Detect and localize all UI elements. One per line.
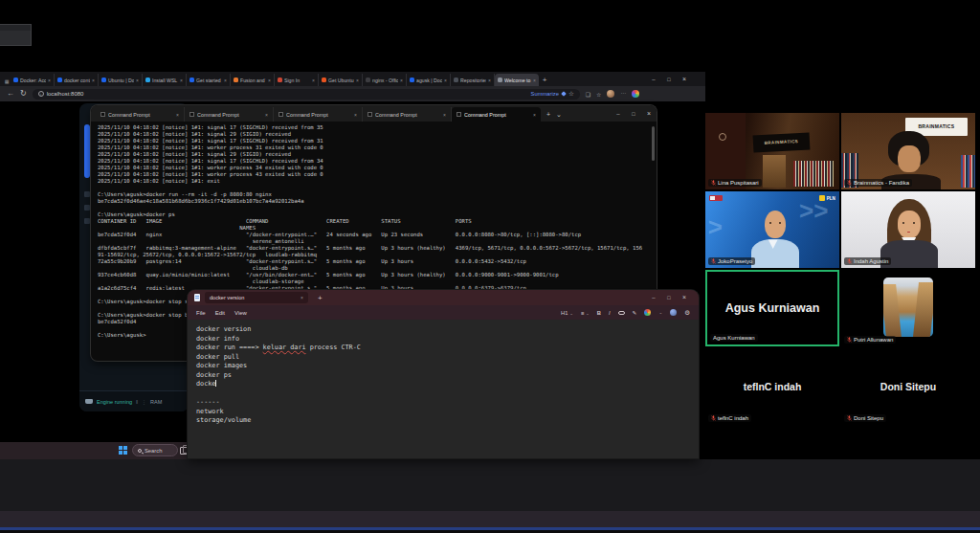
browser-tab[interactable]: Get Ubuntu S... [319,74,363,86]
italic-button[interactable]: I [609,310,611,316]
terminal-scrollbar[interactable] [652,126,655,161]
browser-copilot-icon[interactable] [632,90,639,98]
minimize-icon[interactable] [646,291,661,303]
close-icon[interactable] [677,291,692,303]
docker-sidebar-icon[interactable] [84,191,90,197]
link-icon[interactable] [618,311,625,315]
menu-edit[interactable]: Edit [215,310,225,316]
summarize-button[interactable]: Summarize [531,91,559,97]
browser-tab[interactable]: Repositories [451,74,495,86]
tab-actions-icon[interactable] [3,76,11,86]
tab-close-icon[interactable] [224,78,227,83]
participant-tile-doni[interactable]: Doni Sitepu Doni Sitepu [841,348,975,425]
close-icon[interactable] [677,73,692,85]
more-menu-icon[interactable] [620,91,626,97]
participant-tile-fandika[interactable]: BRAINMATICS Brainmatics - Fandika [841,113,975,189]
maximize-icon[interactable] [661,73,677,85]
url-field[interactable]: localhost:8080 Summarize [33,89,580,100]
tab-close-icon[interactable] [533,78,536,83]
tab-close-icon[interactable] [92,78,95,83]
tab-close-icon[interactable] [443,112,446,118]
browser-tab[interactable]: Docker: Accel... [11,74,55,86]
background-window-fragment[interactable] [0,24,32,46]
site-info-icon[interactable] [38,91,44,97]
account-avatar[interactable] [670,309,677,316]
terminal-tab[interactable]: Command Prompt [274,107,363,122]
tab-close-icon[interactable] [312,78,315,83]
terminal-tab[interactable]: Command Prompt [185,107,274,122]
task-view-icon[interactable] [180,447,188,455]
participant-tile-joko[interactable]: > >> PLN JokoPrasetyo [705,191,839,268]
menu-file[interactable]: File [196,310,206,316]
tab-close-icon[interactable] [356,78,359,83]
tab-close-icon[interactable] [48,78,51,83]
minimize-icon[interactable] [611,107,626,120]
tab-close-icon[interactable] [136,78,139,83]
fusion-favicon [234,78,238,82]
tab-close-icon[interactable] [400,78,403,83]
tab-close-icon[interactable] [180,78,183,83]
participant-tile-teflnc[interactable]: teflnC indah teflnC indah [705,348,839,425]
terminal-tab[interactable]: Command Prompt [96,107,185,122]
tab-close-icon[interactable] [488,78,491,83]
minimize-icon[interactable] [646,73,661,85]
tab-close-icon[interactable] [354,112,357,118]
browser-tab[interactable]: Fusion and W... [231,74,275,86]
participant-tile-indah[interactable]: Indah Agustin [841,191,975,268]
menu-view[interactable]: View [234,310,247,316]
browser-tab-label: Install WSL | M... [152,78,178,83]
browser-tab[interactable]: Sign In [275,74,319,86]
list-style-button[interactable] [581,310,590,316]
refresh-icon[interactable]: ↻ [20,90,27,98]
back-icon[interactable]: ← [7,90,14,98]
terminal-tab[interactable]: Command Prompt [363,107,452,122]
new-tab-icon[interactable] [318,294,323,302]
maximize-icon[interactable] [661,291,677,303]
notepad-window: docker version File Edit View H1 B I [188,290,699,458]
split-screen-icon[interactable] [586,91,590,98]
browser-tab[interactable]: Get started | D... [187,74,231,86]
chevron-down-icon[interactable] [658,310,662,315]
heading-style-button[interactable]: H1 [561,310,573,316]
tab-close-icon[interactable] [268,78,271,83]
docker-sidebar-icon[interactable] [84,205,90,211]
browser-tab[interactable]: Welcome to n... [495,74,539,86]
participant-tile-lina[interactable]: BRAINMATICS Lina Puspitasari [705,113,839,189]
tab-dropdown-icon[interactable] [556,107,562,122]
participant-name-label: Brainmatics - Fandika [844,179,912,187]
bold-button[interactable]: B [597,310,601,316]
tab-close-icon[interactable] [533,112,536,118]
docker-sidebar-selected[interactable] [84,124,90,178]
browser-tab[interactable]: docker conta... [55,74,99,86]
participant-tile-agus[interactable]: Agus Kurniawan Agus Kurniawan [705,270,839,346]
avatar-eye [913,222,915,224]
new-tab-icon[interactable] [546,107,550,122]
copilot-icon[interactable] [644,309,651,316]
tab-close-icon[interactable] [444,78,447,83]
avatar-eye [779,222,781,224]
tab-close-icon[interactable] [301,295,303,300]
participant-tile-putri[interactable]: Putri Allunawan [841,270,975,346]
close-icon[interactable] [641,107,657,120]
format-pen-icon[interactable] [633,310,637,316]
start-button[interactable] [119,446,127,455]
notepad-text[interactable]: docker versiondocker infodocker run ====… [188,320,699,458]
tab-close-icon[interactable] [265,112,268,118]
maximize-icon[interactable] [626,107,641,120]
new-tab-icon[interactable] [539,74,550,86]
browser-tab[interactable]: agusk | Dock... [407,74,451,86]
bookmark-star-icon[interactable] [568,90,574,98]
notepad-tab[interactable]: docker version [205,292,308,303]
browser-tab[interactable]: nginx - Officia... [363,74,407,86]
tab-close-icon[interactable] [176,112,179,118]
favorites-icon[interactable] [596,91,601,98]
settings-gear-icon[interactable] [684,309,690,317]
browser-tab[interactable]: Install WSL | M... [143,74,187,86]
search-input[interactable]: Search [132,444,178,456]
browser-tab[interactable]: Ubuntu | Dock... [99,74,143,86]
profile-avatar[interactable] [607,90,614,98]
command-prompt-icon [368,112,372,117]
terminal-tab[interactable]: Command Prompt [452,107,541,122]
participant-name-label: Agus Kurniawan [710,334,758,342]
docker-sidebar-icon[interactable] [84,218,90,224]
